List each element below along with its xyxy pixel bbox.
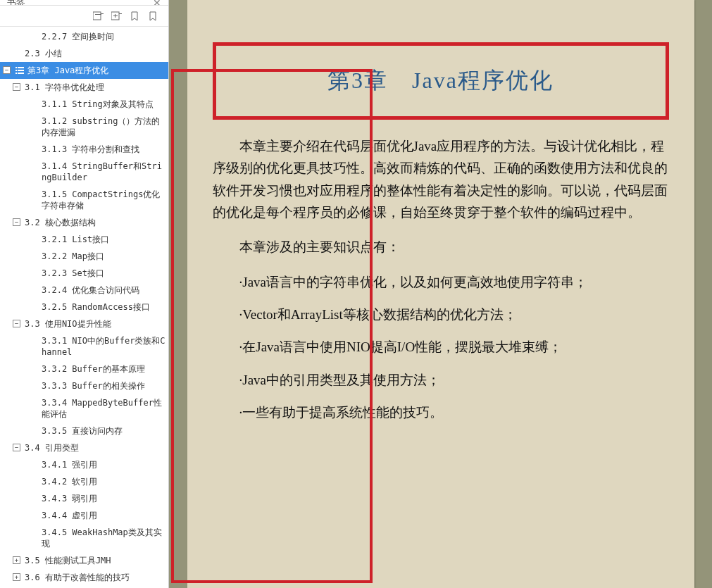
tree-item[interactable]: 3.3.3 Buffer的相关操作 — [0, 377, 168, 394]
tree-item-label: 3.4 引用类型 — [25, 442, 165, 453]
tree-item-label: 3.6 有助于改善性能的技巧 — [25, 572, 165, 583]
tree-item-label: 3.1.3 字符串分割和查找 — [42, 144, 165, 155]
expand-icon[interactable]: + — [13, 556, 20, 564]
tree-item[interactable]: −3.3 使用NIO提升性能 — [0, 315, 168, 332]
tree-item[interactable]: 3.4.1 强引用 — [0, 456, 168, 473]
tree-item-label: 3.4.5 WeakHashMap类及其实现 — [42, 527, 165, 549]
collapse-icon[interactable]: − — [3, 66, 11, 74]
tree-item-label: 3.3.2 Buffer的基本原理 — [42, 363, 165, 375]
tree-item-label: 3.4.4 虚引用 — [42, 510, 165, 521]
svg-rect-5 — [115, 14, 115, 18]
bookmark-prev-icon[interactable] — [129, 11, 140, 22]
tree-item[interactable]: 3.1.2 substring（）方法的内存泄漏 — [0, 113, 168, 141]
tree-item[interactable]: 3.1.5 CompactStrings优化字符串存储 — [0, 186, 168, 214]
tree-item-label: 3.1.1 String对象及其特点 — [42, 99, 165, 110]
tree-item-label: 3.2.5 RandomAccess接口 — [42, 301, 165, 313]
highlight-box-heading: 第3章 Java程序优化 — [213, 42, 669, 120]
tree-item-label: 3.2 核心数据结构 — [25, 217, 165, 228]
tree-item[interactable]: 3.4.5 WeakHashMap类及其实现 — [0, 524, 168, 552]
tree-item[interactable]: −3.4 引用类型 — [0, 439, 168, 456]
tree-item[interactable]: 3.2.3 Set接口 — [0, 265, 168, 282]
tree-item-label: 3.2.2 Map接口 — [42, 251, 165, 262]
list-icon — [15, 66, 25, 75]
tree-item-label: 3.4.1 强引用 — [42, 459, 165, 470]
page-bullet: ·在Java语言中使用NIO提高I/O性能，摆脱最大堆束缚； — [213, 336, 669, 358]
page-paragraph-2: 本章涉及的主要知识点有： — [213, 236, 669, 258]
document-page: 第3章 Java程序优化 本章主要介绍在代码层面优化Java应用程序的方法。与设… — [187, 0, 694, 588]
close-icon[interactable]: ✕ — [150, 0, 164, 6]
svg-rect-0 — [93, 12, 101, 20]
collapse-icon[interactable]: − — [13, 444, 20, 451]
tree-item[interactable]: 2.3 小结 — [0, 45, 168, 62]
tree-item[interactable]: −3.2 核心数据结构 — [0, 214, 168, 231]
chapter-heading: 第3章 Java程序优化 — [230, 65, 651, 96]
tree-item-label: 3.3.3 Buffer的相关操作 — [42, 380, 165, 392]
svg-rect-8 — [18, 67, 24, 68]
svg-rect-12 — [18, 73, 24, 74]
tree-item[interactable]: 3.2.5 RandomAccess接口 — [0, 299, 168, 315]
tree-item-label: 3.2.4 优化集合访问代码 — [42, 284, 165, 296]
sidebar-titlebar: 书签 ✕ — [0, 0, 168, 6]
tree-item[interactable]: −3.1 字符串优化处理 — [0, 79, 168, 96]
svg-rect-7 — [15, 67, 17, 68]
tree-item[interactable]: −第3章 Java程序优化 — [0, 62, 168, 79]
expand-all-icon[interactable] — [111, 11, 122, 22]
tree-item-label: 3.4.3 弱引用 — [42, 493, 165, 504]
page-bullet: ·Java中的引用类型及其使用方法； — [213, 369, 669, 392]
tree-item[interactable]: 3.2.2 Map接口 — [0, 248, 168, 265]
svg-rect-6 — [119, 13, 122, 14]
tree-item-label: 3.3 使用NIO提升性能 — [25, 318, 165, 330]
bookmark-next-icon[interactable] — [147, 11, 158, 22]
sidebar-title: 书签 — [7, 0, 25, 6]
tree-item[interactable]: 3.1.1 String对象及其特点 — [0, 96, 168, 113]
svg-rect-10 — [18, 70, 24, 71]
tree-item[interactable]: +3.5 性能测试工具JMH — [0, 552, 168, 569]
tree-item[interactable]: 3.3.5 直接访问内存 — [0, 423, 168, 439]
collapse-icon[interactable]: − — [13, 320, 20, 327]
collapse-icon[interactable]: − — [13, 83, 20, 91]
tree-item[interactable]: 3.3.2 Buffer的基本原理 — [0, 361, 168, 377]
document-stage: 第3章 Java程序优化 本章主要介绍在代码层面优化Java应用程序的方法。与设… — [169, 0, 712, 588]
tree-item-label: 3.5 性能测试工具JMH — [25, 555, 165, 566]
tree-item[interactable]: 3.3.1 NIO中的Buffer类族和Channel — [0, 332, 168, 361]
tree-item-label: 3.1.5 CompactStrings优化字符串存储 — [42, 189, 165, 211]
svg-rect-1 — [95, 14, 101, 15]
svg-rect-9 — [15, 70, 17, 71]
tree-item[interactable]: 3.2.4 优化集合访问代码 — [0, 282, 168, 299]
tree-item-label: 3.1 字符串优化处理 — [25, 82, 165, 93]
tree-item-label: 3.3.1 NIO中的Buffer类族和Channel — [42, 335, 165, 358]
tree-item[interactable]: 3.2.1 List接口 — [0, 231, 168, 248]
tree-item-label: 3.3.4 MappedByteBuffer性能评估 — [42, 397, 165, 420]
tree-item[interactable]: 3.1.3 字符串分割和查找 — [0, 141, 168, 158]
tree-item-label: 3.4.2 软引用 — [42, 476, 165, 487]
page-paragraph-1: 本章主要介绍在代码层面优化Java应用程序的方法。与设计优化相比，程序级别的优化… — [213, 135, 669, 223]
page-bullet: ·Vector和ArrayList等核心数据结构的优化方法； — [213, 304, 669, 326]
tree-item-label: 3.1.4 StringBuffer和StringBuilder — [42, 161, 165, 183]
tree-item-label: 3.1.2 substring（）方法的内存泄漏 — [42, 115, 165, 138]
svg-rect-11 — [15, 73, 17, 74]
tree-item-label: 3.2.1 List接口 — [42, 234, 165, 245]
sidebar-toolbar — [0, 6, 168, 27]
tree-item[interactable]: 3.4.2 软引用 — [0, 473, 168, 490]
tree-item[interactable]: 3.3.4 MappedByteBuffer性能评估 — [0, 394, 168, 423]
expand-icon[interactable]: + — [13, 573, 20, 581]
tree-item-label: 3.2.3 Set接口 — [42, 268, 165, 279]
page-bullet: ·一些有助于提高系统性能的技巧。 — [213, 401, 669, 424]
collapse-icon[interactable]: − — [13, 218, 20, 226]
page-bullet: ·Java语言中的字符串优化，以及如何更高效地使用字符串； — [213, 271, 669, 294]
tree-item-label: 3.3.5 直接访问内存 — [42, 425, 165, 437]
tree-item[interactable]: 2.2.7 空间换时间 — [0, 28, 168, 45]
collapse-all-icon[interactable] — [92, 11, 104, 22]
bookmark-tree[interactable]: 2.2.7 空间换时间2.3 小结−第3章 Java程序优化−3.1 字符串优化… — [0, 27, 168, 588]
page-bullets: ·Java语言中的字符串优化，以及如何更高效地使用字符串；·Vector和Arr… — [213, 271, 669, 424]
svg-rect-2 — [101, 13, 104, 14]
tree-item[interactable]: +3.6 有助于改善性能的技巧 — [0, 569, 168, 586]
tree-item-label: 2.3 小结 — [25, 48, 165, 59]
tree-item[interactable]: 3.1.4 StringBuffer和StringBuilder — [0, 158, 168, 186]
tree-item[interactable]: 3.4.3 弱引用 — [0, 490, 168, 507]
bookmark-sidebar: 书签 ✕ 2.2.7 空间换时间2.3 小结−第3章 Java程序优化−3.1 … — [0, 0, 169, 588]
tree-item-label: 第3章 Java程序优化 — [27, 65, 165, 76]
tree-item[interactable]: 3.4.4 虚引用 — [0, 507, 168, 524]
tree-item-label: 2.2.7 空间换时间 — [42, 31, 165, 42]
